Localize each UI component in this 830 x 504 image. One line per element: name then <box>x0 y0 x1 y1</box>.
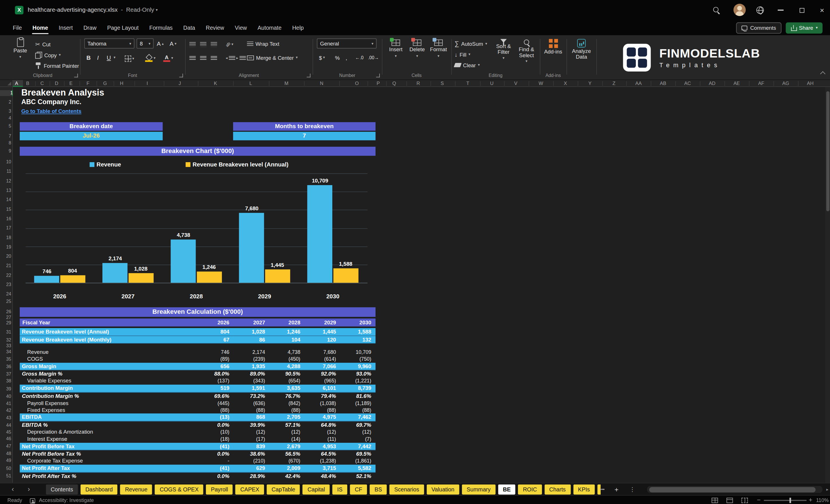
column-header-AB[interactable]: AB <box>657 80 670 87</box>
font-dialog-launcher[interactable] <box>179 73 183 77</box>
align-top-button[interactable] <box>189 39 196 49</box>
calc-cell[interactable]: 56.5% <box>269 450 300 458</box>
sort-filter-button[interactable]: Sort & Filter▾ <box>493 39 514 60</box>
underline-button[interactable]: U <box>107 53 111 63</box>
calc-cell[interactable]: 48.4% <box>305 473 336 480</box>
row-header-37[interactable]: 37 <box>0 371 11 377</box>
sheet-tab-revenue[interactable]: Revenue <box>120 484 152 494</box>
number-format-select[interactable]: General▾ <box>317 38 377 48</box>
row-label[interactable]: Corporate Tax Expense <box>27 458 83 465</box>
row-header-7[interactable]: 7 <box>0 133 11 139</box>
select-all-corner[interactable] <box>0 80 13 87</box>
shrink-font-button[interactable]: A▾ <box>169 39 177 49</box>
network-button[interactable] <box>753 4 767 17</box>
column-header-U[interactable]: U <box>485 80 498 87</box>
calc-cell[interactable]: 656 <box>198 363 229 371</box>
column-header-AF[interactable]: AF <box>755 80 768 87</box>
row-header-39[interactable]: 39 <box>0 386 11 392</box>
row-header-11[interactable]: 11 <box>0 168 11 175</box>
italic-button[interactable]: I <box>97 53 99 63</box>
calc-cell[interactable]: (10) <box>198 429 229 436</box>
calc-cell[interactable]: 6,101 <box>305 385 336 392</box>
row-header-5[interactable]: 5 <box>0 123 11 129</box>
sheet-tab-charts[interactable]: Charts <box>544 484 570 494</box>
calc-cell[interactable]: (137) <box>198 378 229 385</box>
sheet-tab-bs[interactable]: BS <box>370 484 387 494</box>
row-header-33[interactable]: 33 <box>0 343 11 349</box>
column-header-W[interactable]: W <box>535 80 547 87</box>
zoom-out-button[interactable]: − <box>757 496 761 504</box>
chevron-down-icon[interactable]: ▾ <box>156 8 158 12</box>
calc-cell[interactable]: 1,935 <box>234 363 265 371</box>
row-label[interactable]: EBITDA <box>22 414 41 421</box>
row-header-2[interactable]: 2 <box>0 99 11 105</box>
sheet-tab-summary[interactable]: Summary <box>462 484 496 494</box>
row-label[interactable]: Contribution Margin % <box>22 392 79 400</box>
row-header-41[interactable]: 41 <box>0 401 11 407</box>
calc-cell[interactable]: 79.4% <box>305 392 336 400</box>
decrease-decimal-button[interactable]: .00→ <box>368 53 379 63</box>
row-label[interactable]: Variable Expenses <box>27 378 71 385</box>
fill-color-button[interactable]: ▾ <box>145 54 155 63</box>
row-label[interactable]: Net Profit After Tax <box>22 465 70 472</box>
calc-cell[interactable]: (13) <box>198 414 229 421</box>
calc-cell[interactable]: 4,738 <box>269 349 300 356</box>
align-left-button[interactable] <box>189 54 196 63</box>
calc-cell[interactable]: - <box>198 458 229 465</box>
analyze-data-button[interactable]: Analyze Data <box>568 39 595 60</box>
sheet-tab-payroll[interactable]: Payroll <box>206 484 233 494</box>
calc-cell[interactable]: 10,709 <box>340 349 371 356</box>
font-name-select[interactable]: Tahoma▾ <box>84 38 134 48</box>
calc-cell[interactable]: 57.1% <box>269 421 300 429</box>
sheet-tab-dashboard[interactable]: Dashboard <box>81 484 118 494</box>
calc-cell[interactable]: 1,246 <box>269 328 300 336</box>
calc-cell[interactable]: 64.5% <box>305 450 336 458</box>
align-center-button[interactable] <box>200 54 206 63</box>
calc-cell[interactable]: 1,028 <box>234 328 265 336</box>
row-label[interactable]: Depreciation & Amortization <box>27 429 93 436</box>
calc-cell[interactable]: 4,953 <box>305 442 336 450</box>
row-label[interactable]: Gross Margin % <box>22 371 62 378</box>
calc-cell[interactable]: 76.7% <box>269 392 300 400</box>
column-header-E[interactable]: E <box>65 80 77 87</box>
row-header-27[interactable]: 27 <box>0 315 11 321</box>
calc-cell[interactable]: 104 <box>269 336 300 344</box>
row-label[interactable]: COGS <box>27 356 43 363</box>
sheet-tab-kpis[interactable]: KPIs <box>573 484 595 494</box>
row-header-17[interactable]: 17 <box>0 225 11 231</box>
calc-cell[interactable]: 90.5% <box>269 371 300 378</box>
add-sheet-button[interactable]: + <box>615 483 619 496</box>
calc-cell[interactable]: (12) <box>305 429 336 436</box>
calc-cell[interactable]: 839 <box>234 442 265 450</box>
fiscal-year-2028[interactable]: 2028 <box>270 318 300 326</box>
row-header-38[interactable]: 38 <box>0 378 11 384</box>
calc-cell[interactable]: 2,705 <box>269 414 300 421</box>
column-header-AC[interactable]: AC <box>681 80 694 87</box>
calc-cell[interactable]: 92.0% <box>305 371 336 378</box>
row-header-26[interactable]: 26 <box>0 309 11 315</box>
orientation-button[interactable]: ab▾ <box>226 39 233 49</box>
row-header-12[interactable]: 12 <box>0 178 11 184</box>
sheet-tab-capital[interactable]: Capital <box>302 484 330 494</box>
calc-cell[interactable]: 2,679 <box>269 442 300 450</box>
vertical-scrollbar[interactable] <box>825 87 830 483</box>
align-right-button[interactable] <box>211 54 217 63</box>
row-label[interactable]: EBITDA % <box>22 421 48 429</box>
calc-cell[interactable]: 88.0% <box>198 371 229 378</box>
column-header-AA[interactable]: AA <box>632 80 645 87</box>
calc-cell[interactable]: (1,238) <box>305 458 336 465</box>
column-header-AH[interactable]: AH <box>804 80 817 87</box>
calc-cell[interactable]: 2,174 <box>234 349 265 356</box>
row-header-42[interactable]: 42 <box>0 408 11 414</box>
bold-button[interactable]: B <box>86 53 91 63</box>
column-header-X[interactable]: X <box>559 80 572 87</box>
calc-cell[interactable]: 93.0% <box>340 371 371 378</box>
menu-file[interactable]: File <box>7 20 27 35</box>
row-header-32[interactable]: 32 <box>0 337 11 343</box>
format-cells-button[interactable]: Format▾ <box>429 39 448 58</box>
column-header-L[interactable]: L <box>244 80 257 87</box>
calc-cell[interactable]: 64.8% <box>305 421 336 429</box>
calc-cell[interactable]: (41) <box>198 442 229 450</box>
minimize-button[interactable] <box>773 4 787 17</box>
menu-formulas[interactable]: Formulas <box>144 20 178 35</box>
